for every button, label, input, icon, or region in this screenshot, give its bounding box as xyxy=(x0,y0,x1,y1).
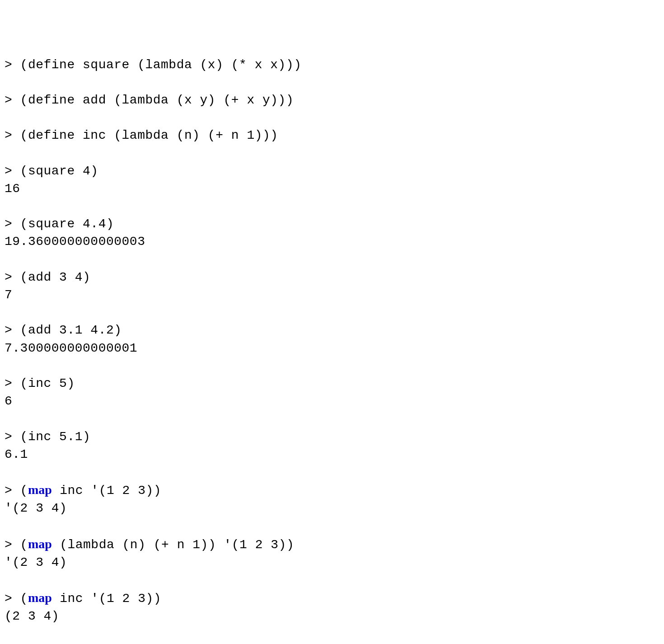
blank-line xyxy=(5,463,659,481)
keyword-map: map xyxy=(28,537,52,551)
code-text: > ( xyxy=(5,538,28,552)
repl-input-line: > (define square (lambda (x) (* x x))) xyxy=(5,56,659,74)
code-text: > (add 3.1 4.2) xyxy=(5,323,122,337)
code-text: > (inc 5) xyxy=(5,376,75,390)
code-text: '(2 3 4) xyxy=(5,501,67,515)
code-text: 7 xyxy=(5,288,12,302)
blank-line xyxy=(5,410,659,428)
repl-output-line: 7.300000000000001 xyxy=(5,339,659,357)
repl-input-line: > (map inc '(1 2 3)) xyxy=(5,481,659,499)
keyword-map: map xyxy=(28,591,52,605)
code-text: 6.1 xyxy=(5,447,28,461)
code-text: 19.360000000000003 xyxy=(5,235,145,249)
blank-line xyxy=(5,357,659,375)
code-text: > (define square (lambda (x) (* x x))) xyxy=(5,58,302,72)
blank-line xyxy=(5,304,659,321)
repl-input-line: > (square 4.4) xyxy=(5,215,659,233)
code-text: > ( xyxy=(5,592,28,606)
blank-line xyxy=(5,145,659,162)
blank-line xyxy=(5,571,659,589)
code-text: 16 xyxy=(5,182,20,196)
blank-line xyxy=(5,74,659,91)
repl-output-line: '(2 3 4) xyxy=(5,554,659,571)
repl-input-line: > (square 4) xyxy=(5,162,659,180)
code-text: inc '(1 2 3)) xyxy=(52,484,161,498)
blank-line xyxy=(5,251,659,268)
repl-input-line: > (inc 5) xyxy=(5,375,659,392)
code-text: > (inc 5.1) xyxy=(5,430,90,444)
repl-output-line: 6 xyxy=(5,392,659,410)
code-text: '(2 3 4) xyxy=(5,555,67,569)
blank-line xyxy=(5,625,659,643)
code-text: 7.300000000000001 xyxy=(5,341,137,355)
repl-output-line: 6.1 xyxy=(5,446,659,463)
repl-input-line: > (inc 5.1) xyxy=(5,428,659,446)
repl-output-line: (2 3 4) xyxy=(5,607,659,625)
repl-input-line: > (map inc '(1 2 3)) xyxy=(5,589,659,607)
blank-line xyxy=(5,197,659,215)
code-text: (2 3 4) xyxy=(5,609,59,623)
keyword-map: map xyxy=(28,483,52,497)
code-text: > ( xyxy=(5,484,28,498)
repl-output-line: '(2 3 4) xyxy=(5,499,659,517)
repl-input-line: > (define add (lambda (x y) (+ x y))) xyxy=(5,91,659,109)
code-text: > (square 4) xyxy=(5,164,98,178)
blank-line xyxy=(5,517,659,535)
repl-output-line: 19.360000000000003 xyxy=(5,233,659,250)
repl-input-line: > (map (lambda (n) (+ n 1)) '(1 2 3)) xyxy=(5,535,659,554)
repl-input-line: > (define inc (lambda (n) (+ n 1))) xyxy=(5,127,659,144)
code-text: (lambda (n) (+ n 1)) '(1 2 3)) xyxy=(52,538,294,552)
repl-output-line: 16 xyxy=(5,180,659,197)
repl-input-line: > (add 3 4) xyxy=(5,268,659,286)
code-text: > (define add (lambda (x y) (+ x y))) xyxy=(5,93,294,107)
code-text: inc '(1 2 3)) xyxy=(52,592,161,606)
repl-output-line: 7 xyxy=(5,286,659,304)
repl-transcript: > (define square (lambda (x) (* x x)))> … xyxy=(5,56,659,644)
code-text: 6 xyxy=(5,394,12,408)
code-text: > (square 4.4) xyxy=(5,217,114,231)
repl-input-line: > (add 3.1 4.2) xyxy=(5,321,659,339)
code-text: > (add 3 4) xyxy=(5,270,90,284)
code-text: > (define inc (lambda (n) (+ n 1))) xyxy=(5,128,278,142)
blank-line xyxy=(5,109,659,127)
